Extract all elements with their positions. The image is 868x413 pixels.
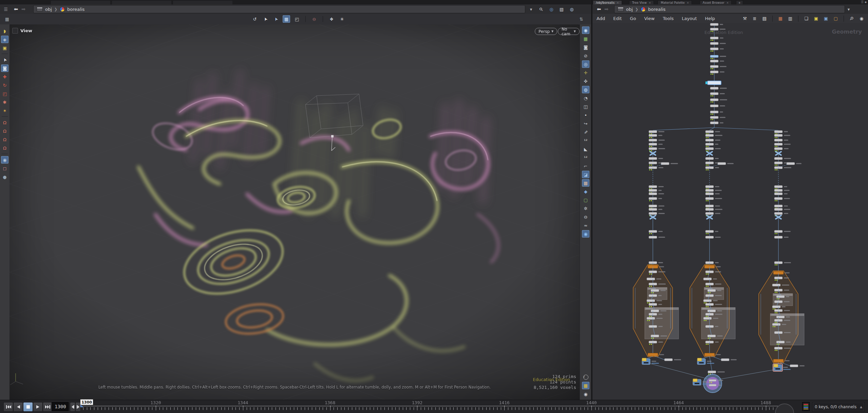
prim-shape-icon[interactable]: ◣ [582,145,589,153]
shelf-grid-icon[interactable]: ▦ [3,15,11,23]
network-node[interactable] [710,48,718,50]
network-node[interactable] [774,205,782,207]
network-node[interactable] [649,198,657,200]
network-node[interactable] [705,198,714,200]
network-node[interactable] [774,193,782,195]
loop-block-node[interactable] [773,359,784,362]
snap-multi-magnet-icon[interactable]: Ω [1,144,8,152]
stop-button[interactable] [23,402,33,412]
breadcrumb[interactable]: obj ❯ borealis [614,5,845,13]
network-node[interactable] [649,205,657,207]
forward-icon[interactable]: ➡ [20,6,27,13]
network-node[interactable] [649,230,657,233]
network-node[interactable] [721,359,729,361]
network-node[interactable] [710,60,718,62]
network-node[interactable] [774,236,782,239]
network-node[interactable] [710,99,718,101]
menu-go[interactable]: Go [626,16,640,21]
network-node[interactable] [705,205,714,207]
shaded-plane-icon[interactable]: ◪ [582,171,589,178]
network-node[interactable] [774,162,782,164]
list-icon[interactable]: ▤ [761,15,768,22]
network-node[interactable] [703,300,712,302]
network-node[interactable] [710,28,718,31]
forward-icon[interactable]: ➡ [603,6,610,13]
render-region-icon[interactable]: ◻ [1,165,8,172]
network-node[interactable] [705,230,714,233]
previous-frame-button[interactable] [70,402,75,412]
projection-selector[interactable]: Persp▼ [535,28,557,35]
sticky-note-icon[interactable]: ▣ [812,15,820,22]
snap-curve-magnet-icon[interactable]: Ω [1,127,8,135]
point-dot-icon[interactable]: • [582,111,589,119]
handles-cursor-icon[interactable]: ➤ [272,15,280,23]
location-pin-icon[interactable]: ◉ [582,230,589,238]
group-box-icon[interactable]: ▢ [582,196,589,204]
network-node[interactable] [705,131,714,133]
loop-block-node[interactable] [704,353,715,356]
select-dynamics-icon[interactable]: ▣ [1,44,8,52]
menu-help[interactable]: Help [701,16,719,21]
network-node[interactable] [776,316,785,318]
network-editor[interactable]: Education Edition Geometry [592,23,868,400]
menu-tools[interactable]: Tools [659,16,678,21]
image-add-icon[interactable]: ▣ [822,15,830,22]
network-node[interactable] [710,93,718,95]
network-node[interactable] [710,23,718,26]
left-pane-tab[interactable] [173,1,232,4]
view-tab[interactable]: View [12,28,32,34]
select-objects-icon[interactable]: ◈ [1,36,8,43]
select-geometry-icon[interactable]: ◗ [1,27,8,35]
network-node[interactable] [710,111,718,113]
back-icon[interactable]: ⬅ [12,6,20,13]
network-node[interactable] [649,157,657,160]
network-node[interactable] [708,371,716,373]
view-tumble-icon[interactable]: ↺ [251,15,259,23]
select-cursor-icon[interactable]: ➤ [262,15,269,23]
rotate-tool-icon[interactable]: ↻ [1,81,8,89]
network-node[interactable] [649,236,657,239]
network-node[interactable] [774,230,782,233]
network-node[interactable] [649,148,657,150]
playhead-marker[interactable] [80,405,83,407]
pivot-move-icon[interactable]: ✜ [582,77,589,85]
network-box[interactable] [770,314,804,345]
network-node[interactable] [790,365,798,367]
scale-tool-icon[interactable]: ◰ [1,90,8,97]
breadcrumb[interactable]: obj ❯ borealis [33,5,525,13]
windows-icon[interactable]: ❏ [803,15,810,22]
orbit-sphere-icon[interactable]: ◍ [582,86,589,93]
scene-viewport[interactable]: View Persp▼ No cam▼ Left mouse tumbles. … [10,24,580,400]
network-node[interactable] [703,317,712,320]
network-node[interactable] [649,131,657,133]
breadcrumb-node[interactable]: borealis [67,7,84,12]
cube-icon[interactable]: ▧ [558,5,565,13]
view-box-icon[interactable]: ◫ [582,103,589,110]
snap-grid-magnet-icon[interactable]: Ω [1,119,8,126]
path-dropdown-icon[interactable]: ▾ [527,5,535,13]
network-node[interactable] [710,55,718,58]
menu-edit[interactable]: Edit [609,16,626,21]
network-node[interactable] [774,139,782,142]
breadcrumb-node[interactable]: borealis [648,7,665,12]
network-node[interactable] [649,212,657,215]
close-icon[interactable]: × [617,1,619,4]
timeline-ruler[interactable]: 13201344136813921416144014641488 1300 [80,397,790,413]
network-node[interactable] [774,198,782,200]
close-icon[interactable]: × [687,1,689,4]
menu-add[interactable]: Add [592,16,609,21]
network-node[interactable] [661,163,669,165]
left-pane-tab[interactable] [51,1,110,4]
network-node[interactable] [709,379,716,381]
flipbook-icon[interactable]: ❖ [328,15,335,23]
menu-view[interactable]: View [640,16,659,21]
network-node[interactable] [705,134,714,137]
network-node[interactable] [705,143,714,146]
sort-order-icon[interactable]: ⇅ [578,15,585,23]
info-icon[interactable]: i [582,373,589,381]
secure-selection-lock-icon[interactable]: ◙ [1,64,8,72]
grid-layout-icon[interactable]: ▥ [787,15,794,22]
network-node[interactable] [710,65,718,68]
back-icon[interactable]: ⬅ [595,6,603,13]
network-node[interactable] [710,71,718,73]
